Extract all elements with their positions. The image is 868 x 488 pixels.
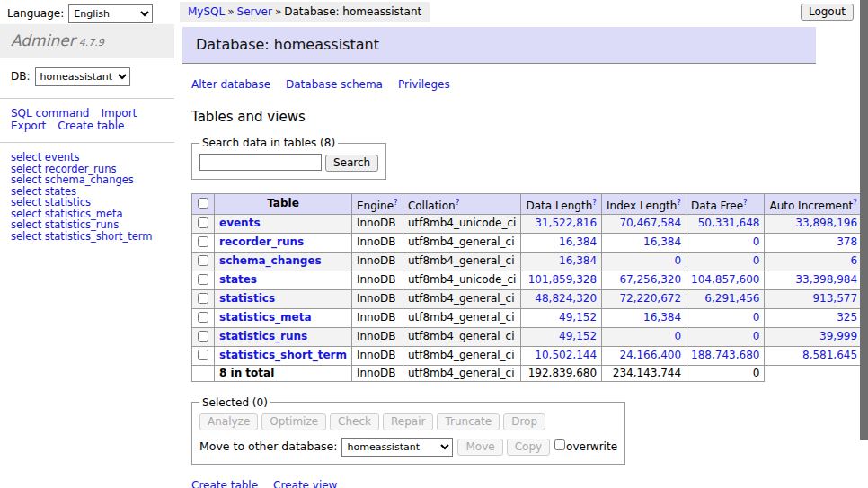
move-button[interactable]: Move xyxy=(457,439,502,456)
help-icon[interactable]: ? xyxy=(456,198,460,207)
index-length-link[interactable]: 70,467,584 xyxy=(619,217,681,229)
collation-cell: utf8mb4_unicode_ci xyxy=(403,214,521,233)
row-checkbox[interactable] xyxy=(198,312,208,323)
column-header-data-length: Data Length? xyxy=(521,193,602,214)
sidebar-item-select-statistics-short-term[interactable]: select statistics_short_term xyxy=(11,231,164,243)
row-checkbox[interactable] xyxy=(198,255,208,266)
optimize-button[interactable]: Optimize xyxy=(261,413,326,430)
auto-increment-link[interactable]: 33,398,984 xyxy=(795,273,857,286)
auto-increment-link[interactable]: 39,999 xyxy=(819,330,857,342)
help-icon[interactable]: ? xyxy=(394,198,398,207)
data-length-link[interactable]: 49,152 xyxy=(559,311,597,324)
data-free-link[interactable]: 0 xyxy=(753,311,760,324)
engine-cell: InnoDB xyxy=(351,289,403,308)
index-length-link[interactable]: 0 xyxy=(674,254,681,267)
help-icon[interactable]: ? xyxy=(592,198,597,207)
truncate-button[interactable]: Truncate xyxy=(437,413,500,430)
row-checkbox[interactable] xyxy=(198,236,208,247)
row-checkbox[interactable] xyxy=(198,274,208,285)
drop-button[interactable]: Drop xyxy=(503,413,545,430)
logout-button[interactable]: Logout xyxy=(801,4,854,21)
row-checkbox[interactable] xyxy=(198,293,208,304)
move-to-database-label: Move to other database: xyxy=(199,439,337,453)
vertical-scrollbar[interactable] xyxy=(860,0,868,488)
table-link[interactable]: statistics xyxy=(219,292,275,305)
data-free-link[interactable]: 188,743,680 xyxy=(691,349,759,361)
copy-button[interactable]: Copy xyxy=(507,439,550,456)
overwrite-checkbox[interactable] xyxy=(554,439,565,450)
row-checkbox[interactable] xyxy=(198,217,208,228)
sidebar-item-select-statistics[interactable]: select statistics xyxy=(11,197,164,209)
data-free-link[interactable]: 104,857,600 xyxy=(691,273,759,286)
table-link[interactable]: events xyxy=(219,217,261,229)
data-length-link[interactable]: 10,502,144 xyxy=(535,349,597,361)
data-free-link[interactable]: 6,291,456 xyxy=(704,292,759,305)
move-db-select[interactable]: homeassistant xyxy=(341,438,453,457)
index-length-link[interactable]: 72,220,672 xyxy=(619,292,681,305)
sidebar-item-select-events[interactable]: select events xyxy=(11,152,164,164)
engine-cell: InnoDB xyxy=(351,327,403,346)
sidebar-item-select-schema-changes[interactable]: select schema_changes xyxy=(11,174,164,186)
tables-overview-table: Table Engine? Collation? Data Length? In… xyxy=(191,193,868,382)
data-free-link[interactable]: 0 xyxy=(753,330,760,342)
language-select[interactable]: English xyxy=(68,4,153,23)
auto-increment-link[interactable]: 6 xyxy=(850,254,857,267)
row-checkbox[interactable] xyxy=(198,331,208,342)
auto-increment-link[interactable]: 8,581,645 xyxy=(802,349,857,361)
sidebar-item-create-table[interactable]: Create table xyxy=(58,120,124,132)
create-table-link[interactable]: Create table xyxy=(191,479,258,488)
breadcrumb: MySQL»Server»Database: homeassistant xyxy=(180,2,430,22)
search-input[interactable] xyxy=(199,154,322,171)
privileges-link[interactable]: Privileges xyxy=(398,78,450,91)
table-link[interactable]: statistics_short_term xyxy=(219,349,347,361)
table-link[interactable]: recorder_runs xyxy=(219,235,304,248)
data-length-link[interactable]: 16,384 xyxy=(559,235,597,248)
sidebar-item-export[interactable]: Export xyxy=(11,120,46,132)
data-length-link[interactable]: 49,152 xyxy=(559,330,597,342)
data-length-link[interactable]: 101,859,328 xyxy=(528,273,597,286)
index-length-link[interactable]: 16,384 xyxy=(643,311,681,324)
db-selector-form: DB:homeassistant xyxy=(0,58,174,99)
select-all-checkbox[interactable] xyxy=(198,198,208,209)
index-length-link[interactable]: 67,256,320 xyxy=(619,273,681,286)
breadcrumb-link-mysql[interactable]: MySQL xyxy=(188,5,225,18)
table-link[interactable]: schema_changes xyxy=(219,254,322,267)
auto-increment-link[interactable]: 33,898,196 xyxy=(795,217,857,229)
engine-cell: InnoDB xyxy=(351,214,403,233)
data-free-link[interactable]: 0 xyxy=(753,235,760,248)
data-length-link[interactable]: 31,522,816 xyxy=(535,217,597,229)
auto-increment-link[interactable]: 913,577 xyxy=(812,292,857,305)
help-icon[interactable]: ? xyxy=(743,198,748,207)
create-view-link[interactable]: Create view xyxy=(273,479,337,488)
index-length-link[interactable]: 24,166,400 xyxy=(619,349,681,361)
scrollbar-thumb[interactable] xyxy=(860,0,868,440)
data-free-link[interactable]: 0 xyxy=(753,254,760,267)
repair-button[interactable]: Repair xyxy=(383,413,433,430)
data-length-link[interactable]: 16,384 xyxy=(559,254,597,267)
db-select[interactable]: homeassistant xyxy=(35,67,130,86)
table-link[interactable]: statistics_meta xyxy=(219,311,312,324)
total-label: 8 in total xyxy=(215,365,352,381)
sidebar-item-import[interactable]: Import xyxy=(101,107,137,120)
alter-database-link[interactable]: Alter database xyxy=(191,78,270,91)
database-schema-link[interactable]: Database schema xyxy=(286,78,383,91)
data-length-link[interactable]: 48,824,320 xyxy=(535,292,597,305)
help-icon[interactable]: ? xyxy=(677,198,681,207)
index-length-link[interactable]: 16,384 xyxy=(643,235,681,248)
auto-increment-link[interactable]: 378 xyxy=(837,235,857,248)
table-link[interactable]: statistics_runs xyxy=(219,330,307,342)
check-button[interactable]: Check xyxy=(330,413,379,430)
breadcrumb-link-server[interactable]: Server xyxy=(237,5,272,18)
sidebar-item-sql-command[interactable]: SQL command xyxy=(11,107,89,120)
analyze-button[interactable]: Analyze xyxy=(199,413,258,430)
sidebar-item-select-statistics-runs[interactable]: select statistics_runs xyxy=(11,219,164,231)
data-free-link[interactable]: 50,331,648 xyxy=(698,217,760,229)
row-checkbox[interactable] xyxy=(198,350,208,360)
table-link[interactable]: states xyxy=(219,273,257,286)
index-length-link[interactable]: 0 xyxy=(674,330,681,342)
help-icon[interactable]: ? xyxy=(853,198,857,207)
search-button[interactable]: Search xyxy=(325,155,378,172)
auto-increment-link[interactable]: 325 xyxy=(837,311,857,324)
collation-cell: utf8mb4_general_ci xyxy=(403,327,521,346)
table-row-statistics: statistics InnoDB utf8mb4_general_ci 48,… xyxy=(192,289,868,308)
